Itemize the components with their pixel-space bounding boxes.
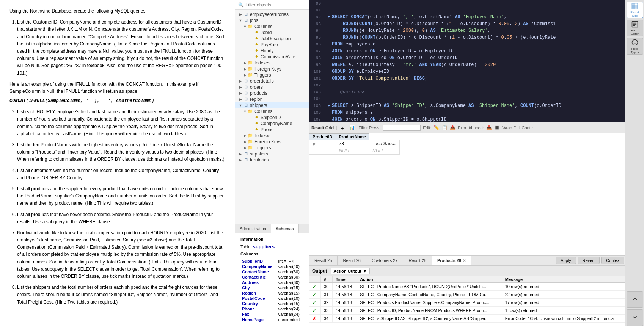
output-time: 14:56:18 bbox=[333, 283, 357, 291]
revert-button[interactable]: Revert bbox=[578, 257, 600, 264]
expand-arrow[interactable]: ▶ bbox=[243, 134, 247, 138]
result-tab[interactable]: Result 28 bbox=[403, 256, 432, 265]
info-tab-label[interactable]: Information bbox=[240, 237, 303, 241]
svg-point-10 bbox=[635, 44, 635, 44]
expand-arrow[interactable]: ▶ bbox=[238, 91, 243, 95]
tree-item-jobs[interactable]: ▼ ⊞ jobs bbox=[235, 17, 309, 24]
expand-arrow[interactable]: ▶ bbox=[243, 61, 247, 65]
tree-item-jobs-indexes[interactable]: ▶ 📁 Indexes bbox=[235, 60, 309, 66]
tree-item-jobs-columns[interactable]: ▼ 📁 Columns bbox=[235, 24, 309, 30]
context-button[interactable]: Contex bbox=[601, 257, 624, 264]
expand-arrow[interactable]: ▶ bbox=[243, 73, 247, 77]
filter-input[interactable] bbox=[245, 2, 306, 8]
sql-line: 90 bbox=[309, 0, 625, 7]
info-col-name: City bbox=[240, 285, 277, 290]
expand-arrow[interactable]: ▶ bbox=[238, 152, 243, 156]
sql-editor[interactable]: 90 91 92●SELECT CONCAT(e.LastName, ', ',… bbox=[309, 0, 625, 122]
expand-arrow[interactable]: ▶ bbox=[238, 79, 243, 83]
edit-icon3[interactable]: 📤 bbox=[450, 125, 456, 130]
output-time: 14:56:18 bbox=[333, 315, 357, 323]
tree-item-col-shipperid[interactable]: ◆ ShipperID bbox=[235, 114, 309, 121]
tab-schemas[interactable]: Schemas bbox=[271, 224, 299, 233]
result-tab[interactable]: Customers 27 bbox=[366, 256, 403, 265]
tree-item-shippers[interactable]: ▼ ⊞ shippers bbox=[235, 102, 309, 108]
tree-item-col-phone[interactable]: ◆ Phone bbox=[235, 127, 309, 133]
line-number: 105 bbox=[309, 102, 324, 109]
line-content: ROUND(COUNT(o.OrderID) * o.Discount * (1… bbox=[332, 20, 625, 27]
tree-item-shippers-columns[interactable]: ▼ 📁 Columns bbox=[235, 108, 309, 114]
edit-icon[interactable]: ✏️ bbox=[434, 125, 440, 130]
expand-arrow[interactable]: ▶ bbox=[243, 140, 247, 144]
ifnull-example: CONCAT(IFNULL(SampleColumn, ' '), ' ', A… bbox=[9, 97, 225, 105]
expand-arrow[interactable]: ▼ bbox=[243, 110, 247, 113]
expand-arrow[interactable]: ▼ bbox=[238, 103, 243, 107]
table-icon: ⊞ bbox=[243, 151, 249, 157]
edit-icon2[interactable]: 📋 bbox=[442, 125, 448, 130]
export-icon[interactable]: 📥 bbox=[486, 125, 492, 130]
tree-item-col-jobdesc[interactable]: ◆ JobDescription bbox=[235, 36, 309, 42]
tree-item-jobs-fk[interactable]: ▶ 📁 Foreign Keys bbox=[235, 66, 309, 72]
result-grid-sidebar-btn[interactable]: ResultGrid bbox=[627, 2, 643, 18]
line-number: 96 bbox=[309, 41, 324, 48]
scroll-down-btn[interactable] bbox=[627, 309, 643, 326]
expand-arrow[interactable]: ▶ bbox=[238, 85, 243, 89]
export-icon2[interactable]: 🔳 bbox=[494, 125, 500, 130]
result-tab[interactable]: Result 26 bbox=[338, 256, 366, 265]
info-col-name: Fax bbox=[240, 312, 277, 317]
form-editor-sidebar-btn[interactable]: FormEditor bbox=[627, 20, 643, 36]
expand-arrow[interactable]: ▼ bbox=[238, 19, 243, 22]
tree-label: shippers bbox=[250, 103, 267, 108]
questions-list: List the CustomerID, CompanyName and com… bbox=[9, 19, 225, 77]
tree-item-col-companyname[interactable]: ◆ CompanyName bbox=[235, 121, 309, 127]
tree-item-col-commrate[interactable]: ◆ CommissionRate bbox=[235, 54, 309, 60]
table-row[interactable]: ▶78Taco Sauce bbox=[309, 140, 400, 147]
field-types-sidebar-btn[interactable]: FieldTypes bbox=[627, 38, 643, 55]
tab-administration[interactable]: Administration bbox=[235, 224, 271, 233]
tree-item-orderdetails[interactable]: ▶ ⊞ orderdetails bbox=[235, 78, 309, 84]
expand-arrow[interactable]: ▶ bbox=[238, 97, 243, 101]
result-tab[interactable]: Products 29✕ bbox=[432, 256, 471, 265]
apply-button[interactable]: Apply bbox=[556, 257, 576, 264]
sql-line: 105●SELECT s.ShipperID AS 'Shipper ID', … bbox=[309, 102, 625, 109]
tree-item-shippers-idx[interactable]: ▶ 📁 Indexes bbox=[235, 133, 309, 139]
tree-item-col-jobid[interactable]: ◆ JobId bbox=[235, 30, 309, 36]
filter-rows-input[interactable] bbox=[383, 125, 421, 131]
tree-label: Triggers bbox=[254, 72, 271, 78]
info-col-row: Addressvarchar(60) bbox=[240, 280, 303, 285]
tree-item-suppliers[interactable]: ▶ ⊞ suppliers bbox=[235, 151, 309, 157]
ifnull-intro: Here is an example of using the IFNULL f… bbox=[9, 81, 225, 95]
table-icon: ⊞ bbox=[243, 12, 249, 17]
tree-item-products[interactable]: ▶ ⊞ products bbox=[235, 90, 309, 96]
folder-icon: 📁 bbox=[247, 133, 253, 138]
scroll-up-btn[interactable] bbox=[627, 291, 643, 308]
tree-item-shippers-trig[interactable]: ▶ 📁 Triggers bbox=[235, 145, 309, 151]
output-dropdown[interactable]: Action Output ▼ bbox=[331, 268, 369, 274]
table-row[interactable]: NULLNULL bbox=[309, 147, 400, 155]
folder-icon: 📁 bbox=[247, 66, 253, 72]
question-5: List all products and the supplier for e… bbox=[17, 185, 225, 207]
expand-arrow[interactable]: ▼ bbox=[243, 25, 247, 28]
result-tab[interactable]: Result 25 bbox=[309, 256, 338, 265]
tree-item-orders[interactable]: ▶ ⊞ orders bbox=[235, 84, 309, 90]
line-dot: ● bbox=[327, 102, 330, 109]
tree-item-jobs-trig[interactable]: ▶ 📁 Triggers bbox=[235, 72, 309, 78]
tree-item-territories[interactable]: ▶ ⊞ territories bbox=[235, 157, 309, 163]
expand-arrow[interactable]: ▶ bbox=[243, 146, 247, 150]
line-content: ROUND((e.HourlyRate * 2080), 0) AS 'Esti… bbox=[332, 27, 625, 34]
tree-item-employeeterritories[interactable]: ▶ ⊞ employeeterritories bbox=[235, 11, 309, 17]
line-content: JOIN orders o ON s.ShipperID = o.Shipper… bbox=[332, 116, 625, 122]
tree-item-col-payrate[interactable]: ◆ PayRate bbox=[235, 42, 309, 48]
sql-line: 93 ROUND(COUNT(o.OrderID) * o.Discount *… bbox=[309, 20, 625, 27]
tree-item-shippers-fk[interactable]: ▶ 📁 Foreign Keys bbox=[235, 139, 309, 145]
expand-arrow[interactable]: ▶ bbox=[238, 13, 243, 16]
question-1: List the CustomerID, CompanyName and com… bbox=[17, 19, 225, 77]
svg-rect-0 bbox=[632, 3, 638, 9]
expand-arrow[interactable]: ▶ bbox=[243, 67, 247, 71]
tree-item-col-hourly[interactable]: ◆ Hourly bbox=[235, 48, 309, 54]
filter-bar[interactable]: 🔍 bbox=[235, 0, 309, 10]
tree-label: Columns bbox=[254, 24, 272, 29]
expand-arrow[interactable]: ▶ bbox=[238, 158, 243, 162]
tree-item-region[interactable]: ▶ ⊞ region bbox=[235, 96, 309, 102]
table-icon: ⊞ bbox=[243, 103, 249, 108]
close-tab-icon[interactable]: ✕ bbox=[463, 259, 466, 263]
